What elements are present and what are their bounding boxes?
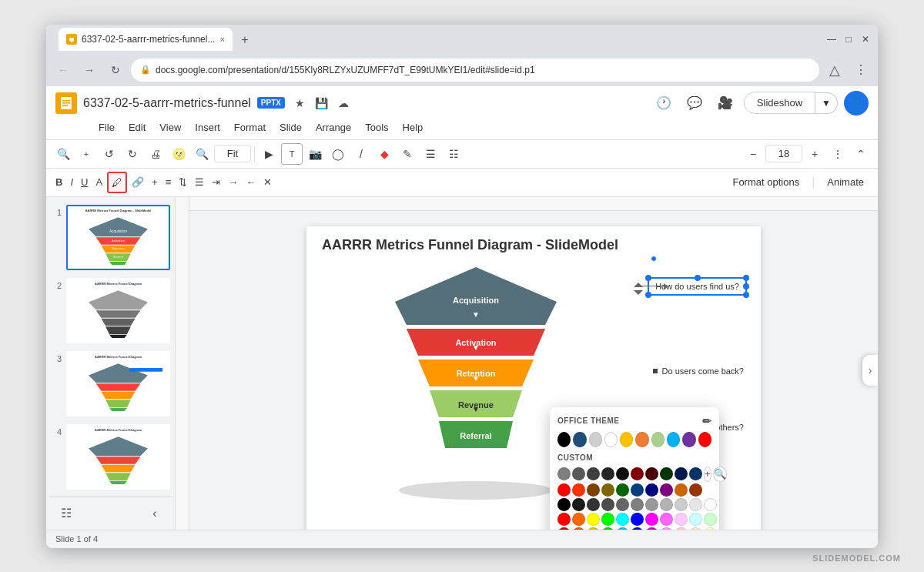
font-size-inc-btn[interactable]: +: [804, 143, 825, 165]
menu-arrange[interactable]: Arrange: [310, 119, 357, 136]
theme-color-lightgreen[interactable]: [651, 432, 665, 447]
vivid-lightpink[interactable]: [675, 513, 688, 526]
forward-button[interactable]: →: [79, 59, 100, 81]
c-row3-6[interactable]: [631, 527, 644, 530]
scroll-hint[interactable]: ›: [862, 355, 878, 386]
vivid-blue[interactable]: [631, 513, 644, 526]
slideshow-button[interactable]: Slideshow: [744, 92, 815, 114]
shapes-btn[interactable]: ◯: [327, 143, 349, 165]
theme-color-yellow[interactable]: [620, 432, 633, 447]
line-spacing-btn[interactable]: ⇅: [176, 172, 190, 193]
animate-button[interactable]: Animate: [819, 173, 872, 191]
slide-thumb-3[interactable]: 3 AARRR Metrics Funnel Diagram: [49, 350, 172, 418]
fill-color-btn[interactable]: ◆: [373, 143, 395, 165]
text-tool-btn[interactable]: T: [281, 143, 303, 165]
italic-button[interactable]: I: [67, 172, 76, 193]
menu-insert[interactable]: Insert: [189, 119, 226, 136]
slide-thumb-4[interactable]: 4 AARRR Metrics Funnel Diagram: [49, 423, 172, 491]
custom-darkgray[interactable]: [572, 467, 585, 480]
print-btn[interactable]: 🖨: [145, 143, 166, 165]
collapse-panel-button[interactable]: ‹: [144, 503, 166, 524]
vivid-lime[interactable]: [601, 513, 614, 526]
format-options-button[interactable]: Format options: [725, 173, 807, 191]
more-options-button[interactable]: ⋮: [850, 59, 872, 81]
edit-color-btn[interactable]: ✏: [702, 415, 712, 427]
custom-red[interactable]: [557, 483, 571, 497]
vivid-magenta[interactable]: [645, 513, 658, 526]
std-66[interactable]: [616, 498, 629, 511]
menu-slide[interactable]: Slide: [273, 119, 308, 136]
comment-button[interactable]: 💬: [682, 91, 707, 115]
menu-tools[interactable]: Tools: [359, 119, 394, 136]
std-33[interactable]: [587, 498, 600, 511]
account-button[interactable]: △: [824, 59, 845, 81]
star-button[interactable]: ★: [291, 94, 310, 112]
custom-navy[interactable]: [645, 483, 658, 497]
list-btn[interactable]: ☰: [192, 172, 207, 193]
c-row3-7[interactable]: [645, 527, 658, 530]
menu-view[interactable]: View: [153, 119, 187, 136]
vivid-lightgreen[interactable]: [704, 513, 717, 526]
std-80[interactable]: [631, 498, 644, 511]
theme-color-black[interactable]: [557, 432, 571, 447]
insert-btn[interactable]: +: [75, 143, 97, 165]
menu-file[interactable]: File: [92, 119, 121, 136]
slide-thumb-2[interactable]: 2 AARRR Metrics Funnel Diagram: [49, 276, 172, 345]
image-btn[interactable]: 📷: [304, 143, 326, 165]
custom-darkblue[interactable]: [689, 467, 702, 480]
insert-special-btn[interactable]: +: [149, 172, 161, 193]
redo-btn[interactable]: ↻: [122, 143, 143, 165]
table-btn[interactable]: ☷: [443, 143, 464, 165]
clear-format-btn[interactable]: ✕: [260, 172, 275, 193]
custom-gray[interactable]: [557, 467, 571, 480]
tab-close-btn[interactable]: ×: [219, 35, 224, 44]
c-row3-10[interactable]: [689, 527, 702, 530]
vivid-orange[interactable]: [572, 513, 585, 526]
vivid-red[interactable]: [557, 513, 571, 526]
custom-purple[interactable]: [660, 483, 673, 497]
custom-brown[interactable]: [587, 483, 600, 497]
c-row3-1[interactable]: [557, 527, 571, 530]
custom-blue[interactable]: [631, 483, 644, 497]
std-99[interactable]: [645, 498, 658, 511]
cloud-button[interactable]: ☁: [334, 94, 353, 112]
menu-format[interactable]: Format: [228, 119, 272, 136]
reload-button[interactable]: ↻: [105, 59, 126, 81]
custom-olive[interactable]: [601, 483, 614, 497]
custom-near-black[interactable]: [616, 467, 629, 480]
maximize-btn[interactable]: □: [842, 33, 855, 45]
align-text-btn[interactable]: ≡: [162, 172, 175, 193]
user-avatar[interactable]: 👤: [844, 91, 869, 115]
select-tool-btn[interactable]: ▶: [258, 143, 280, 165]
custom-darkest[interactable]: [601, 467, 614, 480]
theme-color-purple[interactable]: [682, 432, 695, 447]
c-row3-9[interactable]: [675, 527, 688, 530]
std-black[interactable]: [557, 498, 571, 511]
eyedropper-btn[interactable]: 🔍: [713, 467, 727, 482]
pen-btn[interactable]: ✎: [397, 143, 418, 165]
link-button[interactable]: 🔗: [129, 172, 147, 193]
active-tab[interactable]: 6337-02-5-aarrr-metrics-funnel... ×: [59, 28, 233, 51]
minimize-btn[interactable]: —: [825, 33, 838, 45]
vivid-pink[interactable]: [660, 513, 673, 526]
std-e6[interactable]: [689, 498, 702, 511]
custom-green[interactable]: [616, 483, 629, 497]
custom-red2[interactable]: [572, 483, 585, 497]
line-btn[interactable]: /: [350, 143, 372, 165]
indent-right-btn[interactable]: ←: [243, 172, 259, 193]
bold-button[interactable]: B: [52, 172, 65, 193]
custom-darkgreen[interactable]: [660, 467, 673, 480]
zoom-display[interactable]: Fit: [214, 145, 251, 162]
resize-handle-top[interactable]: [651, 256, 657, 262]
align-btn[interactable]: ☰: [420, 143, 441, 165]
c-row3-5[interactable]: [616, 527, 629, 530]
c-row3-4[interactable]: [601, 527, 614, 530]
font-size-dec-btn[interactable]: −: [742, 143, 764, 165]
custom-darkred[interactable]: [631, 467, 644, 480]
slide-thumb-1[interactable]: 1 AARRR Metrics Funnel Diagram - SlideMo…: [49, 203, 172, 272]
theme-color-lightblue[interactable]: [667, 432, 680, 447]
address-bar[interactable]: 🔒 docs.google.com/presentation/d/155Kly8…: [131, 59, 819, 82]
c-row3-11[interactable]: [704, 527, 717, 530]
canvas-scroll[interactable]: AARRR Metrics Funnel Diagram - SlideMode…: [189, 211, 878, 530]
menu-edit[interactable]: Edit: [122, 119, 152, 136]
